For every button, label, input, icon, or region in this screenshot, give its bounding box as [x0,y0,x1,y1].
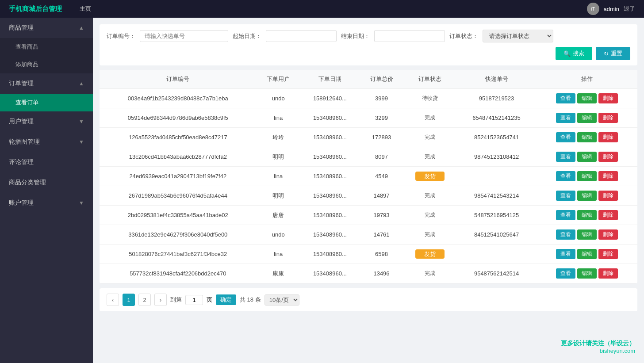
delete-button[interactable]: 删除 [598,113,618,123]
view-button[interactable]: 查看 [556,210,575,220]
main-layout: 商品管理 ▲ 查看商品 添加商品 订单管理 ▲ 查看订单 用户管理 ▼ 轮播图管… [0,18,644,363]
edit-button[interactable]: 编辑 [577,152,597,162]
order-status-cell: 发货 [403,245,456,264]
logout-button[interactable]: 退了 [624,5,635,13]
sidebar-item-banners[interactable]: 轮播图管理 ▼ [0,132,93,152]
goto-confirm-button[interactable]: 确定 [216,294,236,305]
edit-button[interactable]: 编辑 [577,171,597,181]
nav-home[interactable]: 主页 [80,5,91,13]
table-row: 267d1989ab534b6c96076f4d5afa4e44 明明 1534… [100,186,637,206]
sidebar-item-view-orders[interactable]: 查看订单 [0,94,93,111]
view-button[interactable]: 查看 [556,132,575,142]
sidebar-item-comments[interactable]: 评论管理 [0,152,93,172]
chevron-down-icon-account: ▼ [79,200,84,206]
order-tracking-cell: 98547412543214 [456,186,537,206]
status-select[interactable]: 请选择订单状态 待发货 待收货 完成 [483,30,553,42]
order-date-cell: 153408960... [300,167,360,186]
view-button[interactable]: 查看 [556,229,575,240]
end-date-label: 结束日期： [341,32,370,40]
delete-button[interactable]: 删除 [598,152,618,162]
order-status-cell: 待收货 [403,89,456,108]
reset-button[interactable]: ↻ 重置 [596,47,630,60]
order-status-cell: 发货 [403,167,456,186]
refresh-icon: ↻ [604,50,609,57]
action-buttons: 查看 编辑 删除 [540,152,634,162]
delete-button[interactable]: 删除 [598,229,618,240]
next-page-button[interactable]: › [154,294,167,306]
sidebar-item-categories[interactable]: 商品分类管理 [0,172,93,193]
ship-button[interactable]: 发货 [415,172,445,181]
table-row: 501828076c27441baf3c6271f34bce32 lina 15… [100,245,637,264]
view-button[interactable]: 查看 [556,152,575,162]
edit-button[interactable]: 编辑 [577,191,597,201]
order-date-cell: 153408960... [300,245,360,264]
col-tracking: 快递单号 [456,70,537,89]
view-button[interactable]: 查看 [556,113,575,123]
order-user-cell: lina [257,245,300,264]
col-actions: 操作 [537,70,637,89]
goto-label: 到第 [170,296,182,304]
order-id-cell: 24ed6939eac041a2904713bf19fe7f42 [100,167,257,186]
view-button[interactable]: 查看 [556,171,575,181]
per-page-select[interactable]: 10条/页 20条/页 50条/页 [264,294,299,306]
table-body: 003e4a9f1b2543239d80488c7a7b1eba undo 15… [100,89,637,283]
sidebar-item-account[interactable]: 账户管理 ▼ [0,193,93,213]
sidebar-item-view-goods[interactable]: 查看商品 [0,38,93,56]
prev-page-button[interactable]: ‹ [107,294,119,306]
table-row: 2bd0295381ef4c33855a45aa41bade02 唐唐 1534… [100,206,637,225]
delete-button[interactable]: 删除 [598,171,618,181]
view-button[interactable]: 查看 [556,249,575,259]
col-date: 下单日期 [300,70,360,89]
edit-button[interactable]: 编辑 [577,210,597,220]
orders-table-container: 订单编号 下单用户 下单日期 订单总价 订单状态 快递单号 操作 003e4a9… [100,70,637,283]
status-badge: 完成 [421,230,439,239]
search-button[interactable]: 🔍 搜索 [556,47,592,60]
action-buttons: 查看 编辑 删除 [540,210,634,220]
order-tracking-cell: 98745123108412 [456,147,537,167]
order-status-cell: 完成 [403,147,456,167]
edit-button[interactable]: 编辑 [577,249,597,259]
delete-button[interactable]: 删除 [598,132,618,142]
sidebar-item-goods[interactable]: 商品管理 ▲ [0,18,93,38]
view-button[interactable]: 查看 [556,191,575,201]
order-total-cell: 4549 [360,167,403,186]
avatar: iT [587,3,599,15]
delete-button[interactable]: 删除 [598,249,618,259]
goto-input[interactable] [185,295,203,305]
order-no-input[interactable] [140,30,228,42]
delete-button[interactable]: 删除 [598,210,618,220]
sidebar-item-users[interactable]: 用户管理 ▼ [0,111,93,132]
order-no-label: 订单编号： [107,32,135,40]
page-2-button[interactable]: 2 [138,294,151,306]
edit-button[interactable]: 编辑 [577,132,597,142]
table-row: 3361de132e9e46279f306e8040df5e00 undo 15… [100,225,637,245]
view-button[interactable]: 查看 [556,93,575,103]
edit-button[interactable]: 编辑 [577,113,597,123]
order-date-cell: 153408960... [300,108,360,128]
order-tracking-cell: 85241523654741 [456,128,537,147]
delete-button[interactable]: 删除 [598,268,618,279]
order-actions-cell: 查看 编辑 删除 [537,147,637,167]
order-id-cell: 501828076c27441baf3c6271f34bce32 [100,245,257,264]
sidebar-item-orders[interactable]: 订单管理 ▲ [0,73,93,94]
sidebar-item-add-goods[interactable]: 添加商品 [0,56,93,73]
start-date-input[interactable] [266,30,337,42]
delete-button[interactable]: 删除 [598,191,618,201]
end-date-input[interactable] [374,30,445,42]
order-tracking-cell: 95187219523 [456,89,537,108]
sidebar-comments-label: 评论管理 [9,158,34,166]
action-buttons: 查看 编辑 删除 [540,171,634,181]
edit-button[interactable]: 编辑 [577,93,597,103]
order-status-cell: 完成 [403,186,456,206]
page-1-button[interactable]: 1 [123,294,135,306]
view-button[interactable]: 查看 [556,268,575,279]
username: admin [604,6,619,12]
edit-button[interactable]: 编辑 [577,268,597,279]
status-badge: 完成 [421,152,439,161]
order-user-cell: 康康 [257,264,300,283]
delete-button[interactable]: 删除 [598,93,618,103]
ship-button[interactable]: 发货 [415,249,445,259]
order-user-cell: lina [257,108,300,128]
start-date-label: 起始日期： [233,32,261,40]
edit-button[interactable]: 编辑 [577,229,597,240]
